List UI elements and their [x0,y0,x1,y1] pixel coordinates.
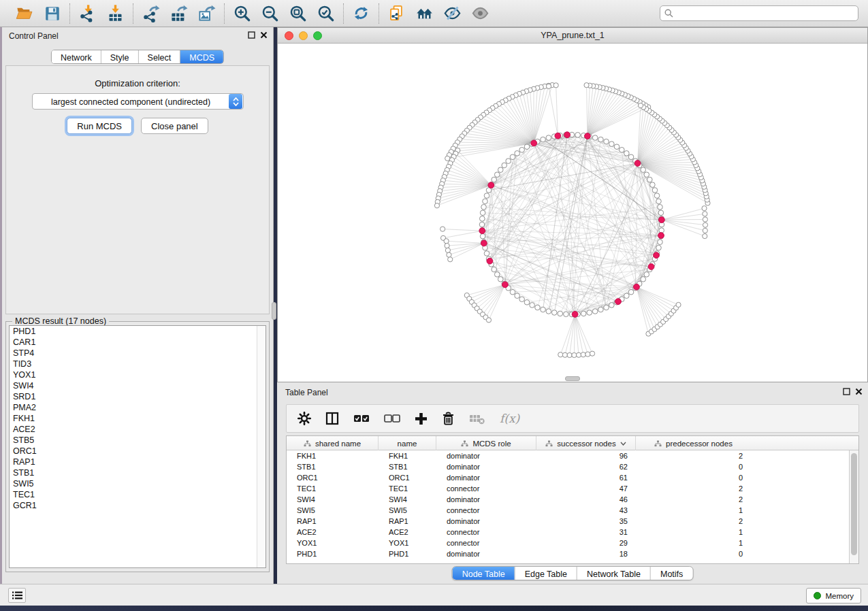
ring-node[interactable] [620,147,625,152]
table-row[interactable]: STB1STB1dominator620 [287,461,858,472]
ring-node[interactable] [519,147,525,152]
ring-node[interactable] [654,193,660,199]
tab-network[interactable]: Network [52,50,101,63]
tab-motifs[interactable]: Motifs [651,567,692,580]
ring-node[interactable] [524,144,530,150]
mcds-hub-node[interactable] [481,240,487,246]
criterion-select[interactable]: largest connected component (undirected) [32,93,244,110]
ring-node[interactable] [647,177,653,182]
mcds-result-item[interactable]: ORC1 [10,446,266,457]
mcds-result-item[interactable]: SWI4 [10,380,266,391]
duplicate-network-icon[interactable] [387,4,406,22]
ring-node[interactable] [624,150,630,156]
ring-node[interactable] [480,210,485,216]
column-header-MCDS-role[interactable]: MCDS role [436,436,536,450]
import-table-icon[interactable] [106,4,125,22]
ring-node[interactable] [530,303,535,308]
mcds-result-item[interactable]: STP4 [10,348,266,359]
ring-node[interactable] [604,305,609,310]
leaf-node[interactable] [558,352,563,357]
ring-node[interactable] [506,159,511,164]
close-panel-button[interactable]: Close panel [141,118,208,134]
leaf-node[interactable] [703,217,707,222]
column-header-shared-name[interactable]: shared name [287,436,379,450]
search-input[interactable] [660,5,858,21]
table-row[interactable]: TEC1TEC1connector472 [287,483,858,494]
leaf-node[interactable] [567,352,572,357]
mcds-hub-node[interactable] [572,312,578,318]
close-panel-icon[interactable] [855,388,863,395]
ring-node[interactable] [541,307,546,312]
column-header-successor-nodes[interactable]: successor nodes [536,436,636,450]
ring-node[interactable] [658,240,663,245]
add-column-plus-icon[interactable] [415,412,428,425]
ring-node[interactable] [609,303,615,308]
ring-node[interactable] [575,132,581,137]
float-panel-icon[interactable] [248,31,255,39]
leaf-node[interactable] [703,212,707,216]
table-row[interactable]: ACE2ACE2connector311 [287,527,858,538]
ring-node[interactable] [483,199,488,204]
ring-node[interactable] [484,251,489,257]
ring-node[interactable] [558,311,563,316]
ring-node[interactable] [546,309,551,314]
ring-node[interactable] [546,135,551,141]
hide-selected-eye-icon[interactable] [443,4,462,22]
ring-node[interactable] [481,204,487,210]
mcds-result-list[interactable]: PHD1CAR1STP4TID3YOX1SWI4SRD1PMA2FKH1ACE2… [9,325,266,568]
tab-node-table[interactable]: Node Table [453,567,515,580]
ring-node[interactable] [609,142,615,147]
mcds-result-item[interactable]: TID3 [10,359,266,369]
mcds-result-item[interactable]: GCR1 [10,500,266,511]
show-all-eye-icon[interactable] [471,4,489,22]
tab-style[interactable]: Style [101,50,139,63]
ring-node[interactable] [492,267,497,272]
ring-node[interactable] [564,312,569,317]
mcds-hub-node[interactable] [488,182,494,188]
ring-node[interactable] [551,310,557,316]
mcds-hub-node[interactable] [531,140,537,146]
leaf-node[interactable] [638,103,643,108]
zoom-fit-icon[interactable] [289,4,307,22]
leaf-node[interactable] [562,352,567,357]
zoom-out-icon[interactable] [261,4,279,22]
export-network-icon[interactable] [142,4,160,22]
mcds-result-item[interactable]: STB5 [10,435,266,446]
leaf-node[interactable] [440,227,445,231]
mcds-hub-node[interactable] [658,217,664,223]
leaf-node[interactable] [445,248,450,252]
leaf-node[interactable] [576,352,581,357]
leaf-node[interactable] [572,352,577,357]
table-row[interactable]: PHD1PHD1dominator180 [287,548,858,559]
ring-node[interactable] [644,272,649,278]
table-row[interactable]: FKH1FKH1dominator962 [287,450,858,461]
ring-node[interactable] [498,167,503,173]
ring-node[interactable] [515,150,520,156]
vertical-splitter-handle[interactable] [272,302,276,320]
ring-node[interactable] [641,277,646,282]
column-header-name[interactable]: name [379,436,436,450]
ring-node[interactable] [624,293,630,299]
ring-node[interactable] [652,188,658,193]
table-settings-gear-icon[interactable] [298,412,311,425]
ring-node[interactable] [604,139,609,144]
select-all-checkboxes-icon[interactable] [353,413,370,424]
leaf-node[interactable] [444,239,449,244]
mcds-hub-node[interactable] [634,284,640,290]
refresh-icon[interactable] [352,4,370,22]
ring-node[interactable] [535,305,541,310]
mcds-hub-node[interactable] [648,264,654,270]
tab-edge-table[interactable]: Edge Table [515,567,577,580]
zoom-in-icon[interactable] [233,4,251,22]
open-file-icon[interactable] [15,4,33,22]
ring-node[interactable] [515,293,520,299]
mcds-hub-node[interactable] [585,133,591,139]
horizontal-splitter-handle[interactable] [565,376,580,381]
result-list-scrollbar[interactable] [257,326,266,567]
leaf-node[interactable] [486,318,491,323]
mcds-hub-node[interactable] [658,233,664,239]
table-row[interactable]: ORC1ORC1dominator610 [287,472,858,483]
ring-node[interactable] [598,307,604,312]
tab-network-table[interactable]: Network Table [577,567,651,580]
mcds-hub-node[interactable] [479,228,485,234]
